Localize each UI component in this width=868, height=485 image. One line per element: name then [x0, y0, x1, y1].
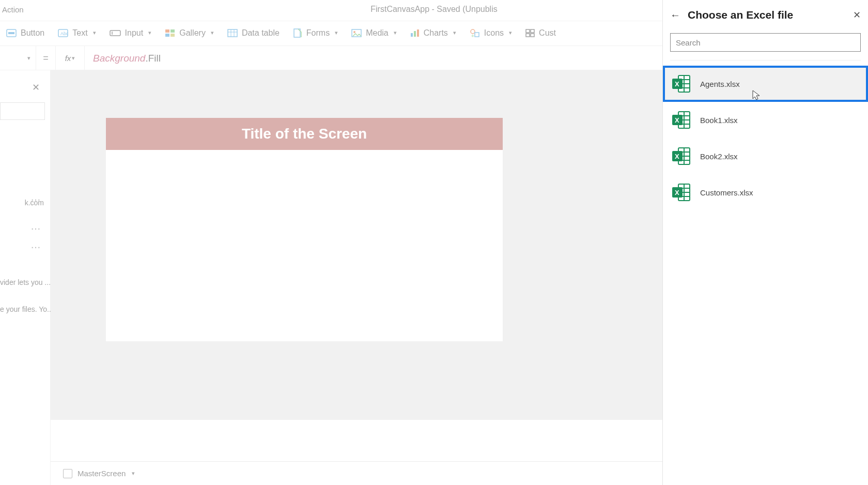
- input-icon: [110, 29, 121, 37]
- ribbon-forms-label: Forms: [306, 28, 330, 38]
- ribbon-datatable-label: Data table: [242, 28, 280, 38]
- ribbon-input-label: Input: [125, 28, 144, 38]
- close-button[interactable]: ✕: [853, 9, 861, 21]
- gallery-icon: [165, 29, 175, 37]
- overflow-icon[interactable]: …: [30, 239, 41, 251]
- property-selector[interactable]: ▾: [0, 46, 36, 70]
- ribbon-custom-label: Cust: [539, 28, 556, 38]
- panel-text-2: vider lets you ...: [0, 278, 44, 286]
- ribbon-custom[interactable]: Cust: [525, 28, 556, 38]
- chevron-down-icon: ▾: [72, 55, 75, 62]
- chevron-down-icon: ▾: [509, 29, 512, 36]
- svg-rect-1: [8, 32, 14, 34]
- svg-text:X: X: [675, 189, 679, 196]
- forms-icon: [293, 28, 302, 38]
- search-input[interactable]: [670, 33, 861, 52]
- svg-rect-6: [165, 29, 169, 33]
- file-item-customers[interactable]: X Customers.xlsx: [663, 174, 868, 210]
- svg-text:X: X: [675, 116, 679, 124]
- file-label: Agents.xlsx: [700, 80, 860, 88]
- panel-searchbox[interactable]: [0, 102, 45, 120]
- text-icon: Abc: [58, 29, 68, 37]
- ribbon-gallery[interactable]: Gallery▾: [165, 28, 214, 38]
- formula-input[interactable]: Background.Fill: [85, 52, 161, 64]
- back-button[interactable]: ←: [670, 9, 680, 21]
- ribbon-button[interactable]: Button: [6, 28, 44, 38]
- file-list: X Agents.xlsx X Book1.xlsx: [663, 66, 868, 210]
- panel-text-1: k.com: [0, 199, 44, 207]
- choose-file-panel: ← Choose an Excel file ✕ X Agents.xlsx: [662, 0, 868, 485]
- svg-text:+: +: [471, 33, 474, 38]
- file-item-book2[interactable]: X Book2.xlsx: [663, 138, 868, 174]
- equals-sign: =: [36, 46, 56, 70]
- panel-title: Choose an Excel file: [688, 9, 846, 21]
- svg-rect-15: [352, 29, 361, 37]
- svg-rect-4: [110, 31, 120, 36]
- chevron-down-icon: ▾: [335, 29, 338, 36]
- file-label: Book2.xlsx: [700, 152, 860, 161]
- close-icon[interactable]: ✕: [32, 82, 40, 93]
- screen-checkbox[interactable]: [63, 469, 72, 478]
- ribbon-input[interactable]: Input▾: [110, 28, 152, 38]
- chevron-down-icon[interactable]: ▾: [132, 470, 135, 477]
- panel-text-3: e your files. Yo...: [0, 305, 44, 313]
- svg-rect-19: [417, 29, 419, 37]
- file-label: Book1.xlsx: [700, 116, 860, 125]
- fx-label: fx: [65, 54, 71, 63]
- ribbon-icons-label: Icons: [484, 28, 504, 38]
- svg-rect-9: [171, 34, 175, 37]
- divider: [670, 60, 861, 60]
- svg-text:X: X: [675, 153, 679, 160]
- svg-rect-7: [171, 29, 175, 33]
- svg-rect-24: [531, 29, 534, 33]
- left-panel: ✕ k.com … … … vider lets you ... e your …: [0, 70, 51, 485]
- chevron-down-icon: ▾: [211, 29, 214, 36]
- ribbon-icons[interactable]: + Icons▾: [470, 28, 512, 38]
- svg-rect-18: [414, 31, 416, 37]
- svg-text:Abc: Abc: [60, 31, 68, 36]
- svg-rect-21: [475, 33, 479, 37]
- fx-button[interactable]: fx▾: [56, 46, 85, 70]
- ribbon-charts-label: Charts: [424, 28, 448, 38]
- ribbon-forms[interactable]: Forms▾: [293, 28, 338, 38]
- excel-file-icon: X: [671, 182, 692, 203]
- ribbon-gallery-label: Gallery: [179, 28, 206, 38]
- file-item-book1[interactable]: X Book1.xlsx: [663, 102, 868, 138]
- file-item-agents[interactable]: X Agents.xlsx: [663, 66, 868, 102]
- chevron-down-icon: ▾: [394, 29, 397, 36]
- chevron-down-icon: ▾: [27, 55, 30, 62]
- datatable-icon: [227, 29, 238, 37]
- svg-rect-8: [165, 34, 169, 37]
- tab-action[interactable]: Action: [0, 5, 24, 14]
- cursor-icon: [752, 89, 761, 101]
- design-surface[interactable]: Title of the Screen: [106, 118, 503, 341]
- svg-rect-17: [411, 33, 413, 37]
- chevron-down-icon: ▾: [148, 29, 151, 36]
- media-icon: [351, 29, 362, 37]
- excel-file-icon: X: [671, 146, 692, 166]
- svg-rect-0: [7, 29, 16, 37]
- overflow-icon[interactable]: …: [30, 191, 41, 203]
- screen-name-label[interactable]: MasterScreen: [78, 469, 126, 478]
- ribbon-charts[interactable]: Charts▾: [410, 28, 456, 38]
- excel-file-icon: X: [671, 73, 692, 94]
- ribbon-media-label: Media: [366, 28, 389, 38]
- ribbon-text-label: Text: [72, 28, 87, 38]
- screen-title-label[interactable]: Title of the Screen: [106, 118, 503, 150]
- svg-rect-2: [58, 29, 68, 37]
- file-label: Customers.xlsx: [700, 188, 860, 197]
- excel-file-icon: X: [671, 110, 692, 130]
- svg-text:X: X: [675, 80, 679, 88]
- svg-point-20: [471, 29, 475, 34]
- formula-token-object: Background: [93, 53, 145, 64]
- icons-icon: +: [470, 28, 480, 38]
- ribbon-button-label: Button: [21, 28, 44, 38]
- svg-rect-10: [228, 29, 237, 37]
- ribbon-datatable[interactable]: Data table: [227, 28, 280, 38]
- ribbon-media[interactable]: Media▾: [351, 28, 397, 38]
- overflow-icon[interactable]: …: [30, 220, 41, 232]
- button-icon: [6, 29, 17, 37]
- ribbon-text[interactable]: Abc Text▾: [58, 28, 96, 38]
- custom-icon: [525, 29, 535, 37]
- svg-rect-25: [526, 34, 530, 37]
